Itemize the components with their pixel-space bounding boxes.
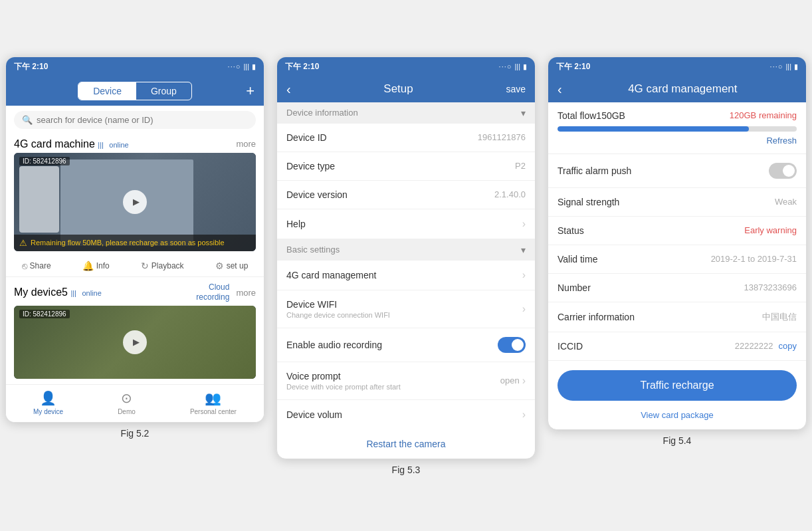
- iccid-copy-button[interactable]: copy: [779, 341, 797, 351]
- view-card-package-button[interactable]: View card package: [548, 410, 806, 429]
- chevron-right-icon-volume: ›: [522, 409, 526, 421]
- signal-strength-value: Weak: [775, 197, 797, 207]
- device1-name: 4G card machine: [14, 138, 95, 150]
- restart-camera-button[interactable]: Restart the camera: [277, 429, 535, 459]
- personal-icon: 👥: [205, 390, 221, 406]
- 4g-card-mgmt-row[interactable]: 4G card management ›: [277, 261, 535, 290]
- signal-strength-label: Signal strength: [558, 197, 619, 207]
- time-3: 下午 2:10: [556, 61, 590, 72]
- cloud-recording-button[interactable]: Cloudrecording: [196, 282, 229, 303]
- chevron-down-icon-1: ▾: [521, 108, 526, 118]
- play-button-1[interactable]: [123, 190, 147, 214]
- time-1: 下午 2:10: [14, 61, 48, 72]
- carrier-label: Carrier information: [558, 312, 635, 322]
- figure-5-3: 下午 2:10 ···○ ||| ▮ ‹ Setup save Device i…: [276, 56, 536, 475]
- device-version-row: Device version 2.1.40.0: [277, 181, 535, 209]
- my-device-icon: 👤: [40, 390, 56, 406]
- audio-recording-row: Enable audio recording: [277, 328, 535, 362]
- voice-prompt-row[interactable]: Voice prompt Device with voice prompt af…: [277, 362, 535, 400]
- setup-label: set up: [227, 261, 249, 270]
- fig-label-3: Fig 5.4: [663, 435, 692, 446]
- device2-more[interactable]: more: [236, 288, 256, 298]
- status-icons-1: ···○ ||| ▮: [228, 62, 256, 71]
- nav-demo[interactable]: ⊙ Demo: [118, 390, 136, 415]
- device1-actions: ⎋ Share 🔔 Info ↻ Playback ⚙ set up: [6, 257, 264, 277]
- battery-icon-3: ▮: [794, 62, 798, 71]
- info-icon: 🔔: [82, 261, 94, 271]
- remaining-label: remaining: [759, 110, 797, 120]
- fig-label-2: Fig 5.3: [392, 465, 421, 475]
- iccid-label: ICCID: [558, 341, 583, 352]
- device1-more[interactable]: more: [236, 139, 256, 149]
- warning-icon: ⚠: [19, 238, 27, 248]
- dots-icon-3: ···○: [770, 62, 783, 70]
- device-wifi-sublabel: Change device connection WIFI: [286, 311, 390, 319]
- chevron-right-icon-wifi: ›: [522, 303, 526, 315]
- device-group-header: Device Group +: [6, 76, 264, 106]
- tab-device[interactable]: Device: [78, 82, 136, 100]
- status-value: Early warning: [744, 225, 797, 235]
- cam-decor-1: [19, 166, 59, 233]
- info-button[interactable]: 🔔 Info: [82, 261, 110, 271]
- flow-section: Total flow150GB 120GB remaining Refresh: [548, 102, 806, 154]
- share-label: Share: [30, 261, 51, 270]
- setup-header: ‹ Setup save: [277, 76, 535, 102]
- device-type-value: P2: [515, 161, 526, 171]
- iccid-value: 22222222: [735, 341, 773, 351]
- audio-recording-toggle[interactable]: [498, 337, 526, 353]
- search-input[interactable]: [37, 115, 248, 125]
- nav-my-device[interactable]: 👤 My device: [33, 390, 63, 415]
- status-icons-2: ···○ ||| ▮: [499, 62, 527, 71]
- valid-time-row: Valid time 2019-2-1 to 2019-7-31: [548, 245, 806, 274]
- voice-prompt-label: Voice prompt: [286, 371, 401, 381]
- nav-my-device-label: My device: [33, 408, 63, 415]
- device1-id-badge: ID: 582412896: [19, 157, 70, 165]
- add-device-button[interactable]: +: [246, 82, 254, 100]
- battery-icon-1: ▮: [252, 62, 256, 71]
- device-info-label: Device information: [286, 108, 358, 118]
- search-bar: 🔍: [14, 111, 256, 129]
- card-mgmt-title: 4G card management: [569, 82, 797, 96]
- signal-bars-icon-1: |||: [98, 141, 104, 149]
- status-label: Status: [558, 225, 584, 236]
- voice-prompt-value: open: [500, 375, 520, 385]
- carrier-row: Carrier information 中国电信: [548, 302, 806, 332]
- device-volume-row[interactable]: Device volum ›: [277, 400, 535, 429]
- playback-button[interactable]: ↻ Playback: [141, 261, 184, 271]
- valid-time-label: Valid time: [558, 254, 597, 265]
- back-button-2[interactable]: ‹: [286, 82, 291, 97]
- chevron-down-icon-2: ▾: [521, 245, 526, 255]
- nav-demo-label: Demo: [118, 408, 136, 415]
- help-row[interactable]: Help ›: [277, 209, 535, 239]
- setup-button[interactable]: ⚙ set up: [215, 261, 249, 271]
- signal-icon-3: |||: [785, 62, 791, 70]
- traffic-alarm-toggle[interactable]: [769, 163, 797, 179]
- device2-name: My device5: [14, 286, 68, 298]
- number-value: 13873233696: [744, 282, 797, 292]
- signal-strength-row: Signal strength Weak: [548, 188, 806, 217]
- refresh-button[interactable]: Refresh: [558, 136, 797, 151]
- flow-progress-fill: [558, 126, 749, 132]
- device2-id-badge: ID: 582412896: [19, 310, 70, 318]
- share-button[interactable]: ⎋ Share: [22, 261, 51, 271]
- tab-group[interactable]: Group: [136, 82, 191, 100]
- phone-screen-1: 下午 2:10 ···○ ||| ▮ Device Group + 🔍: [5, 56, 264, 423]
- battery-icon-2: ▮: [523, 62, 527, 71]
- play-button-2[interactable]: [123, 330, 147, 354]
- traffic-alarm-row: Traffic alarm push: [548, 154, 806, 188]
- device-wifi-label: Device WIFI: [286, 299, 390, 310]
- device-wifi-row[interactable]: Device WIFI Change device connection WIF…: [277, 290, 535, 328]
- device-version-value: 2.1.40.0: [494, 189, 526, 199]
- dots-icon-2: ···○: [499, 62, 512, 70]
- device2-name-row: My device5 ||| online: [14, 286, 102, 298]
- save-button[interactable]: save: [506, 84, 526, 94]
- signal-bars-icon-2: |||: [70, 289, 76, 297]
- phone-screen-2: 下午 2:10 ···○ ||| ▮ ‹ Setup save Device i…: [276, 56, 536, 459]
- chevron-right-icon-4g: ›: [522, 269, 526, 281]
- phone-screen-3: 下午 2:10 ···○ ||| ▮ ‹ 4G card management …: [548, 56, 807, 430]
- status-icons-3: ···○ ||| ▮: [770, 62, 798, 71]
- traffic-recharge-button[interactable]: Traffic recharge: [558, 370, 797, 401]
- back-button-3[interactable]: ‹: [558, 82, 562, 97]
- nav-personal[interactable]: 👥 Personal center: [190, 390, 237, 415]
- device-id-row: Device ID 1961121876: [277, 124, 535, 152]
